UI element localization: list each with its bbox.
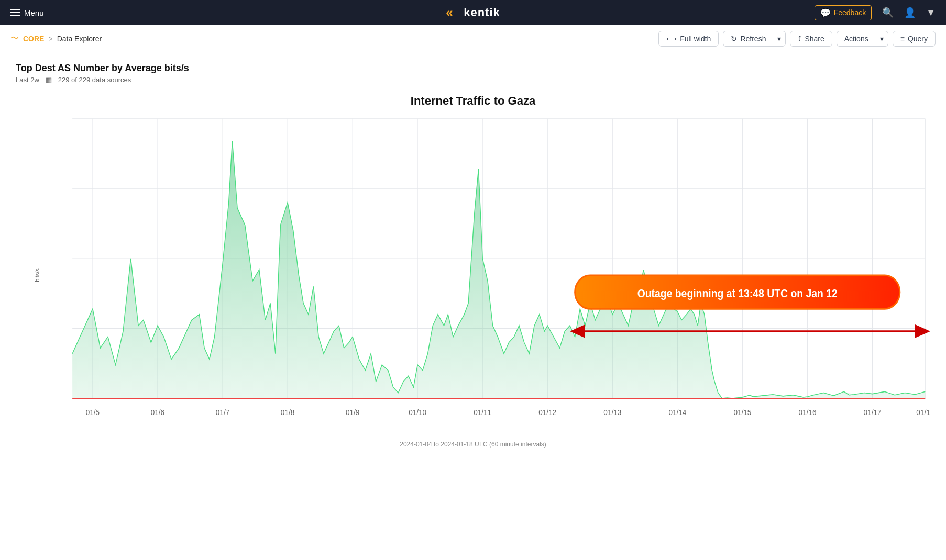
query-label: Query (908, 35, 928, 43)
full-width-icon: ⟷ (666, 35, 677, 43)
y-axis-label: bits/s (34, 268, 40, 282)
svg-text:01/18: 01/18 (916, 408, 930, 417)
refresh-dropdown-button[interactable]: ▾ (773, 31, 786, 47)
chart-wrapper: Internet Traffic to Gaza bits/s (16, 94, 930, 448)
top-nav-right: 💬 Feedback 🔍 👤 ▼ (815, 5, 936, 20)
datasource-icon: ▦ (46, 76, 52, 84)
full-width-label: Full width (680, 35, 711, 43)
svg-text:«: « (446, 5, 453, 19)
chart-svg: 01/5 01/6 01/7 01/8 01/9 01/10 01/11 01/… (42, 113, 930, 438)
breadcrumb-current-page: Data Explorer (57, 35, 102, 43)
full-width-button[interactable]: ⟷ Full width (658, 31, 719, 47)
feedback-label: Feedback (834, 8, 866, 17)
subnav-actions: ⟷ Full width ↻ Refresh ▾ ⤴ Share Actions… (658, 31, 936, 47)
user-icon[interactable]: 👤 (904, 7, 916, 18)
kentik-logo-icon: « (446, 5, 460, 20)
svg-text:01/14: 01/14 (668, 408, 686, 417)
message-icon: 💬 (820, 8, 831, 18)
feedback-button[interactable]: 💬 Feedback (815, 5, 872, 20)
query-button[interactable]: ≡ Query (893, 31, 936, 47)
sub-navigation: 〜 CORE > Data Explorer ⟷ Full width ↻ Re… (0, 25, 946, 52)
svg-text:01/17: 01/17 (864, 408, 882, 417)
time-range: Last 2w (16, 76, 39, 84)
menu-label: Menu (24, 8, 44, 17)
breadcrumb-core[interactable]: CORE (23, 35, 44, 43)
chart-container: bits/s (16, 113, 930, 438)
svg-text:Outage beginning at 13:48 UTC : Outage beginning at 13:48 UTC on Jan 12 (637, 287, 838, 299)
chevron-down-icon-actions: ▾ (880, 35, 884, 43)
chart-meta: Last 2w ▦ 229 of 229 data sources (16, 76, 930, 84)
refresh-icon: ↻ (731, 35, 737, 43)
chart-main-title: Internet Traffic to Gaza (16, 94, 930, 108)
svg-text:01/5: 01/5 (86, 408, 100, 417)
actions-button[interactable]: Actions (837, 31, 876, 47)
page-content: Top Dest AS Number by Average bits/s Las… (0, 52, 946, 458)
menu-button[interactable]: Menu (10, 8, 44, 17)
pulse-icon: 〜 (10, 33, 19, 44)
refresh-button[interactable]: ↻ Refresh (723, 31, 773, 47)
share-button[interactable]: ⤴ Share (790, 31, 832, 47)
refresh-label: Refresh (740, 35, 766, 43)
kentik-wordmark: kentik (464, 6, 500, 19)
datasources-count: 229 of 229 data sources (58, 76, 131, 84)
actions-label: Actions (844, 35, 868, 43)
logo-area: « kentik (446, 5, 500, 20)
svg-text:01/7: 01/7 (216, 408, 229, 417)
svg-text:01/12: 01/12 (538, 408, 556, 417)
svg-text:01/16: 01/16 (799, 408, 817, 417)
breadcrumb: 〜 CORE > Data Explorer (10, 33, 102, 44)
breadcrumb-separator: > (48, 35, 52, 43)
search-icon[interactable]: 🔍 (882, 7, 894, 18)
refresh-button-group: ↻ Refresh ▾ (723, 31, 786, 47)
chevron-down-icon: ▾ (777, 35, 781, 43)
svg-text:01/15: 01/15 (733, 408, 751, 417)
share-label: Share (805, 35, 824, 43)
svg-text:01/11: 01/11 (474, 408, 491, 417)
svg-marker-39 (915, 324, 930, 338)
svg-text:01/8: 01/8 (281, 408, 294, 417)
svg-text:01/9: 01/9 (346, 408, 359, 417)
chart-footer: 2024-01-04 to 2024-01-18 UTC (60 minute … (16, 441, 930, 448)
svg-text:01/13: 01/13 (603, 408, 621, 417)
actions-button-group: Actions ▾ (837, 31, 888, 47)
dropdown-icon[interactable]: ▼ (926, 7, 936, 18)
query-icon: ≡ (900, 35, 905, 43)
share-icon: ⤴ (798, 35, 801, 43)
top-navigation: Menu « kentik 💬 Feedback 🔍 👤 ▼ (0, 0, 946, 25)
actions-dropdown-button[interactable]: ▾ (876, 31, 888, 47)
kentik-logo[interactable]: « kentik (446, 5, 500, 20)
svg-text:01/10: 01/10 (409, 408, 426, 417)
svg-text:01/6: 01/6 (151, 408, 164, 417)
chart-title: Top Dest AS Number by Average bits/s (16, 63, 930, 74)
hamburger-icon (10, 9, 20, 16)
